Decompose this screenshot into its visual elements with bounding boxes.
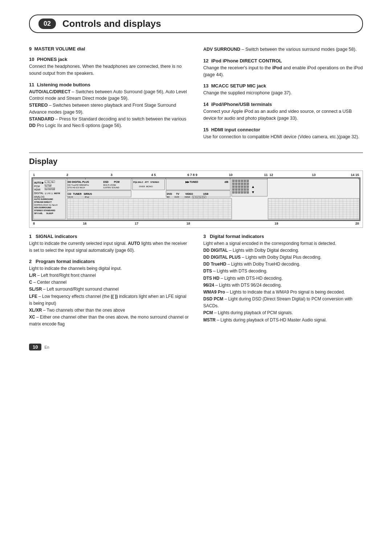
item-13: 13 MCACC SETUP MIC jack Change the suppl… — [203, 83, 363, 97]
svg-text:C: C — [49, 181, 50, 183]
num-label-13: 13 — [312, 173, 315, 177]
annotation-2-title: 2 Program format indicators — [29, 259, 189, 264]
num-label-8: 8 — [33, 222, 35, 225]
svg-rect-68 — [247, 183, 249, 185]
svg-rect-75 — [232, 189, 234, 191]
svg-text:DD TrueHD WMA9Pro: DD TrueHD WMA9Pro — [68, 184, 89, 186]
page-footer: 10 En — [29, 344, 363, 350]
svg-rect-76 — [235, 189, 237, 191]
svg-text:TUNER: TUNER — [73, 193, 82, 195]
page-lang: En — [44, 345, 49, 349]
svg-text:TV: TV — [176, 193, 179, 195]
svg-rect-77 — [238, 189, 240, 191]
item-10-number: 10 — [29, 57, 37, 62]
svg-text:STEREO STANDARD: STEREO STANDARD — [34, 210, 55, 212]
svg-text:AUTO SURROUND: AUTO SURROUND — [34, 198, 53, 200]
svg-text:▶▶  TUNED: ▶▶ TUNED — [185, 181, 199, 183]
svg-text:▲: ▲ — [251, 185, 255, 189]
list-item: DSD PCM – Light during DSD (Direct Strea… — [203, 296, 363, 309]
annotations-right: 3 Digital format indicators Light when a… — [203, 234, 363, 333]
item-adv-body: ADV SURROUND – Switch between the variou… — [203, 46, 363, 53]
svg-rect-66 — [241, 183, 243, 185]
list-item: LFE – Low frequency effects channel (the… — [29, 293, 189, 307]
svg-text:STEREO: STEREO — [150, 181, 159, 183]
num-label-2: 2 — [66, 173, 68, 177]
svg-text:CD: CD — [68, 193, 71, 195]
svg-rect-61 — [244, 180, 246, 182]
svg-text:SR: SR — [49, 185, 51, 187]
svg-rect-63 — [232, 183, 234, 185]
item-adv: ADV SURROUND – Switch between the variou… — [203, 46, 363, 53]
svg-rect-57 — [232, 180, 234, 182]
num-label-1112: 11 12 — [264, 173, 273, 177]
svg-text:HDMI: HDMI — [34, 189, 41, 191]
svg-rect-105 — [67, 198, 232, 219]
item-12-title: 12 iPod iPhone DIRECT CONTROL — [203, 58, 363, 63]
annotation-3-list: DD DIGITAL – Lights with Dolby Digital d… — [203, 247, 363, 324]
num-label-1415: 14 15 — [351, 173, 359, 177]
item-9-number: 9 — [29, 46, 34, 52]
item-13-number: 13 — [203, 83, 211, 89]
svg-text:SP F.AB.: SP F.AB. — [34, 212, 43, 214]
item-14-number: 14 — [203, 102, 211, 107]
display-title: Display — [29, 157, 363, 166]
list-item: MSTR – Lights during playback of DTS-HD … — [203, 317, 363, 324]
svg-rect-64 — [235, 183, 237, 185]
item-9-title: 9 MASTER VOLUME dial — [29, 46, 189, 52]
item-15-title: 15 HDMI input connector — [203, 127, 363, 132]
annotation-3-title: 3 Digital format indicators — [203, 234, 363, 239]
item-14-body: Connect your Apple iPod as an audio and … — [203, 108, 363, 122]
svg-text:PQLS: PQLS — [133, 181, 139, 183]
num-label-10: 10 — [229, 173, 233, 177]
svg-text:DVR: DVR — [175, 196, 179, 198]
list-item: DTS HD – Lights with DTS-HD decoding. — [203, 275, 363, 282]
svg-text:DVD: DVD — [167, 193, 172, 195]
svg-text:ADV.SURROUND: ADV.SURROUND — [34, 207, 51, 209]
svg-text:CD-R: CD-R — [68, 196, 73, 198]
num-label-3: 3 — [111, 173, 113, 177]
svg-rect-81 — [232, 192, 234, 194]
display-panel-svg: AUTO ▶ PCM HDMI DIGITAL ANALOG L C R SL … — [32, 177, 360, 221]
annotation-1-body: Light to indicate the currently selected… — [29, 240, 189, 254]
svg-text:OVER: OVER — [139, 185, 145, 188]
svg-text:ALC: ALC — [139, 181, 144, 183]
num-label-6789: 6 7 8 9 — [187, 173, 197, 177]
svg-text:S.RTRV SOUND: S.RTRV SOUND — [103, 187, 119, 189]
list-item: DD DIGITAL – Lights with Dolby Digital d… — [203, 247, 363, 254]
svg-text:BD: BD — [167, 196, 170, 198]
item-11-title: 11 Listening mode buttons — [29, 82, 189, 87]
list-item: DTS – Lights with DTS decoding. — [203, 268, 363, 275]
svg-text:3: 3 — [200, 197, 201, 198]
chapter-number: 02 — [38, 19, 56, 29]
svg-text:MULTI-ZONE: MULTI-ZONE — [103, 184, 117, 186]
list-item: C – Center channel — [29, 279, 189, 286]
list-item: XC – Either one channel other than the o… — [29, 314, 189, 328]
item-14-title: 14 iPod/iPhone/USB terminals — [203, 102, 363, 107]
svg-rect-73 — [244, 186, 246, 188]
svg-text:1: 1 — [193, 197, 194, 198]
right-column: ADV SURROUND – Switch between the variou… — [203, 46, 363, 145]
svg-rect-86 — [247, 192, 249, 194]
num-label-45: 4 5 — [151, 173, 156, 177]
svg-text:VIDEO: VIDEO — [185, 193, 193, 195]
annotation-2: 2 Program format indicators Light to ind… — [29, 259, 189, 328]
svg-text:PCM: PCM — [34, 185, 40, 188]
item-14: 14 iPod/iPhone/USB terminals Connect you… — [203, 102, 363, 122]
num-label-18: 18 — [187, 222, 190, 225]
svg-rect-60 — [241, 180, 243, 182]
num-label-19: 19 — [274, 222, 278, 225]
display-annotations: 1 SIGNAL indicators Light to indicate th… — [29, 234, 363, 333]
page-number: 10 — [29, 344, 41, 350]
svg-text:DD DIGITAL PLUS: DD DIGITAL PLUS — [68, 181, 89, 183]
svg-text:HDMI: HDMI — [185, 196, 190, 198]
item-15-body: Use for connection to compatible HDMI de… — [203, 134, 363, 140]
svg-text:DIGITAL: DIGITAL — [34, 192, 44, 194]
svg-text:R: R — [52, 181, 54, 183]
annotation-1: 1 SIGNAL indicators Light to indicate th… — [29, 234, 189, 254]
chapter-header: 02 Controls and displays — [29, 15, 363, 33]
svg-rect-70 — [235, 186, 237, 188]
svg-rect-72 — [241, 186, 243, 188]
annotation-3: 3 Digital format indicators Light when a… — [203, 234, 363, 324]
svg-text:▼: ▼ — [251, 190, 255, 194]
list-item: XL/XR – Two channels other than the ones… — [29, 307, 189, 314]
